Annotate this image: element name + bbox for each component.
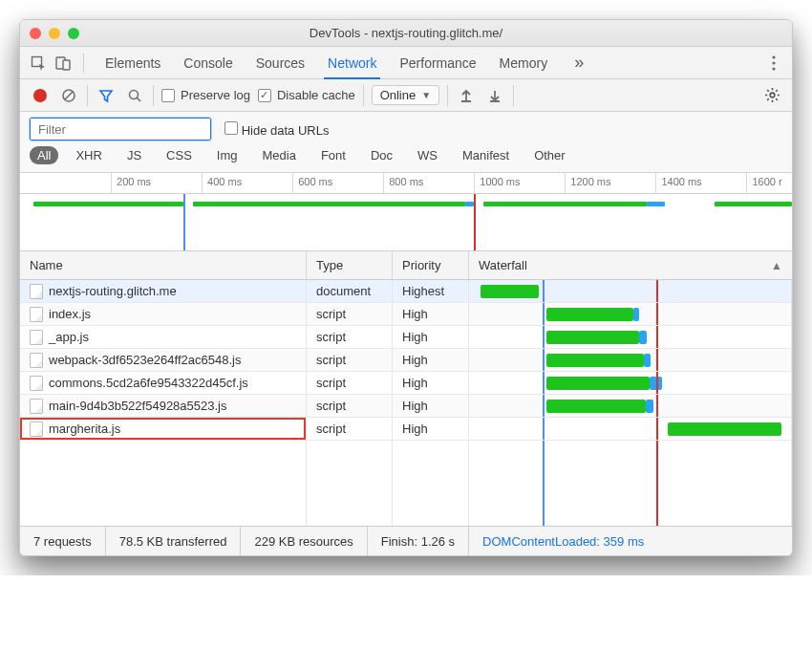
request-waterfall [479,303,781,325]
file-icon [30,376,43,391]
filter-type-css[interactable]: CSS [159,146,200,164]
settings-button[interactable] [761,85,782,106]
svg-point-5 [772,67,775,70]
filter-type-other[interactable]: Other [526,146,573,164]
request-row[interactable]: webpack-3df6523e264ff2ac6548.jsscriptHig… [20,349,792,372]
separator [87,85,88,106]
request-row[interactable]: index.jsscriptHigh [20,303,792,326]
tab-network[interactable]: Network [316,47,388,78]
tab-elements[interactable]: Elements [94,47,172,78]
maximize-window-button[interactable] [68,28,79,39]
tab-performance[interactable]: Performance [388,47,487,78]
devtools-window: DevTools - nextjs-routing.glitch.me/ Ele… [19,19,793,556]
disable-cache-checkbox[interactable]: Disable cache [258,88,355,102]
request-type: script [307,418,393,440]
request-name: nextjs-routing.glitch.me [49,284,177,298]
request-priority: Highest [393,280,469,302]
filter-input[interactable] [30,118,211,141]
request-waterfall [479,349,781,371]
devtools-tabstrip: ElementsConsoleSourcesNetworkPerformance… [20,47,792,79]
filter-bar: Hide data URLs AllXHRJSCSSImgMediaFontDo… [20,112,792,173]
column-priority[interactable]: Priority [393,251,469,279]
tab-memory[interactable]: Memory [488,47,560,78]
status-dcl[interactable]: DOMContentLoaded: 359 ms [469,527,657,555]
request-row[interactable]: main-9d4b3b522f54928a5523.jsscriptHigh [20,395,792,418]
request-name: webpack-3df6523e264ff2ac6548.js [49,353,241,367]
export-har-button[interactable] [484,85,505,106]
search-button[interactable] [124,85,145,106]
device-toolbar-icon[interactable] [53,53,74,74]
request-priority: High [393,372,469,394]
more-tabs-button[interactable]: » [566,53,591,73]
filter-type-img[interactable]: Img [209,146,246,164]
close-window-button[interactable] [30,28,41,39]
status-bar: 7 requests 78.5 KB transferred 229 KB re… [20,527,792,555]
svg-line-9 [138,97,141,101]
throttle-select[interactable]: Online ▼ [372,85,439,105]
preserve-log-label: Preserve log [181,88,250,102]
filter-type-js[interactable]: JS [119,146,149,164]
request-type: script [307,372,393,394]
file-icon [30,284,43,299]
filter-type-ws[interactable]: WS [410,146,445,164]
hide-data-urls-checkbox[interactable]: Hide data URLs [224,121,329,138]
request-priority: High [393,326,469,348]
tab-sources[interactable]: Sources [245,47,316,78]
request-priority: High [393,303,469,325]
svg-line-19 [767,98,769,100]
request-row[interactable]: margherita.jsscriptHigh [20,418,792,441]
request-row[interactable]: _app.jsscriptHigh [20,326,792,349]
filter-type-xhr[interactable]: XHR [68,146,109,164]
request-type: script [307,326,393,348]
throttle-value: Online [380,88,417,102]
column-waterfall[interactable]: Waterfall ▲ [469,251,792,279]
minimize-window-button[interactable] [49,28,60,39]
request-row[interactable]: nextjs-routing.glitch.medocumentHighest [20,280,792,303]
request-row[interactable]: commons.5cd2a6fe9543322d45cf.jsscriptHig… [20,372,792,395]
network-toolbar: Preserve log Disable cache Online ▼ [20,79,792,112]
grid-empty-area [20,441,792,527]
filter-type-all[interactable]: All [30,146,58,164]
svg-line-17 [767,90,769,92]
timeline-ruler[interactable]: 200 ms400 ms600 ms800 ms1000 ms1200 ms14… [20,173,792,194]
filter-type-font[interactable]: Font [313,146,353,164]
request-type: script [307,349,393,371]
inspect-element-icon[interactable] [28,53,49,74]
kebab-menu-icon[interactable] [763,53,784,74]
request-priority: High [393,418,469,440]
separator [513,85,514,106]
filter-type-doc[interactable]: Doc [363,146,400,164]
svg-point-12 [770,93,775,97]
request-type: script [307,395,393,417]
timeline-overview[interactable] [20,194,792,251]
request-waterfall [479,418,781,440]
file-icon [30,330,43,345]
svg-line-7 [65,92,73,99]
request-priority: High [393,349,469,371]
tab-console[interactable]: Console [172,47,244,78]
svg-line-20 [776,90,778,92]
filter-toggle-button[interactable] [96,85,117,106]
file-icon [30,422,43,437]
import-har-button[interactable] [456,85,477,106]
request-grid: nextjs-routing.glitch.medocumentHighesti… [20,280,792,441]
window-title: DevTools - nextjs-routing.glitch.me/ [20,26,792,40]
clear-button[interactable] [58,85,79,106]
separator [153,85,154,106]
file-icon [30,353,43,368]
sort-arrow-icon: ▲ [771,259,782,272]
separator [83,54,84,73]
request-name: _app.js [49,330,89,344]
preserve-log-checkbox[interactable]: Preserve log [161,88,250,102]
request-name: margherita.js [49,422,120,436]
file-icon [30,399,43,414]
svg-line-18 [776,98,778,100]
filter-type-manifest[interactable]: Manifest [455,146,517,164]
column-type[interactable]: Type [307,251,393,279]
request-type: script [307,303,393,325]
separator [363,85,364,106]
filter-type-media[interactable]: Media [254,146,303,164]
record-button[interactable] [30,85,51,106]
request-name: main-9d4b3b522f54928a5523.js [49,399,227,413]
column-name[interactable]: Name [20,251,307,279]
